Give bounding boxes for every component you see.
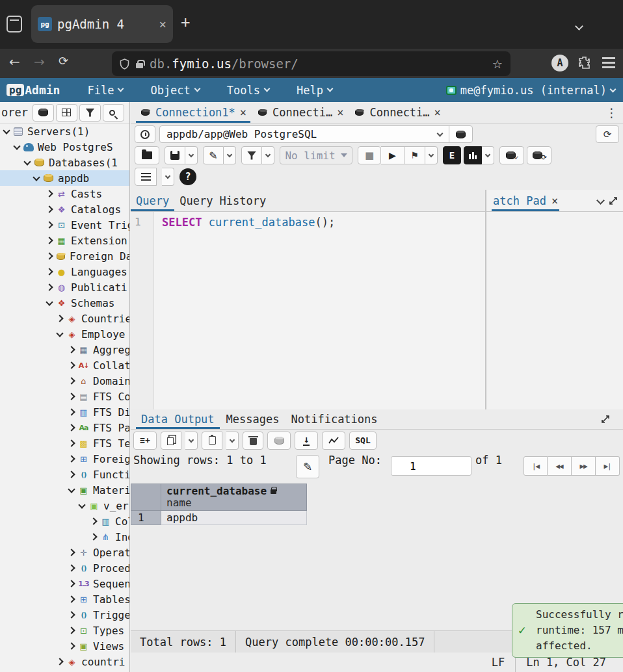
tab-connection2[interactable]: Connecti…× [253,102,347,123]
chevron-right-icon[interactable] [68,595,75,602]
explorer-db-button[interactable] [33,104,54,122]
open-file-button[interactable] [135,146,159,164]
chevron-right-icon[interactable] [90,533,97,540]
copy-button[interactable] [161,432,181,450]
chevron-right-icon[interactable] [46,283,53,291]
chevron-right-icon[interactable] [46,237,53,244]
chevron-right-icon[interactable] [68,580,75,587]
menu-tools[interactable]: Tools [227,84,269,97]
tree-item-schema-countries[interactable]: ◈Countrie [0,311,129,326]
explorer-search-button[interactable] [103,104,124,122]
chevron-right-icon[interactable] [68,549,75,556]
tree-item-event-triggers[interactable]: ⊡Event Trig [0,217,129,233]
paste-options-button[interactable] [226,432,239,450]
new-connection-button[interactable] [449,126,472,142]
chevron-right-icon[interactable] [68,408,75,415]
kebab-menu-icon[interactable]: ⋮ [605,105,618,120]
copy-options-button[interactable] [185,432,198,450]
next-page-button[interactable]: ▶▶ [572,456,596,476]
query-history-clock-button[interactable] [135,125,155,143]
commit-button[interactable]: ✓ [499,146,524,164]
tab-overview-icon[interactable] [7,16,22,32]
row-limit-select[interactable]: No limit [280,146,352,164]
chevron-down-icon[interactable] [46,298,53,305]
chevron-right-icon[interactable] [68,564,75,571]
explorer-grid-button[interactable] [56,104,77,122]
chevron-right-icon[interactable] [68,642,75,649]
close-icon[interactable]: × [551,194,558,207]
explain-options-button[interactable] [482,146,494,164]
expand-icon[interactable] [601,415,610,424]
tree-item-fts-dictionaries[interactable]: ▥FTS Di [0,404,129,420]
rollback-button[interactable]: ⟳ [527,146,551,164]
grid-corner-cell[interactable] [131,484,161,511]
tree-item-catalogs[interactable]: ❖Catalogs [0,201,129,217]
grid-row[interactable]: 1 appdb [131,511,307,525]
grid-column-header[interactable]: current_database name [161,484,307,511]
chevron-right-icon[interactable] [56,658,63,665]
bookmark-star-icon[interactable]: ☆ [492,57,503,71]
chevron-right-icon[interactable] [68,627,75,634]
tab-data-output[interactable]: Data Output [136,409,220,429]
tree-item-publications[interactable]: ◍Publicati [0,279,129,295]
menu-object[interactable]: Object [150,84,199,97]
tab-list-chevron-icon[interactable] [576,19,582,32]
edit-options-button[interactable] [224,146,236,164]
new-tab-button[interactable]: + [181,13,190,31]
chevron-right-icon[interactable] [68,346,75,353]
edit-button[interactable]: ✎ [203,146,224,164]
chevron-right-icon[interactable] [68,611,75,618]
menu-file[interactable]: File [87,84,123,97]
forward-icon[interactable]: → [34,54,45,70]
close-icon[interactable]: × [434,106,441,119]
help-button[interactable]: ? [179,168,196,185]
chevron-right-icon[interactable] [68,424,75,431]
edit-data-button[interactable]: ✎ [296,455,319,478]
chevron-down-icon[interactable] [78,501,85,508]
paste-button[interactable] [202,432,222,450]
filter-button[interactable] [241,146,262,164]
tree-item-indexes[interactable]: ⋔Ind [0,529,129,545]
tab-scratch-pad[interactable]: atch Pad× [492,190,559,211]
explain-analyze-button[interactable] [464,146,482,164]
tree-item-languages[interactable]: ●Languages [0,264,129,279]
tree-item-procedures[interactable]: ()Procedu [0,560,129,576]
tab-notifications[interactable]: Notifications [285,409,382,429]
extensions-puzzle-icon[interactable] [577,55,592,69]
tab-query[interactable]: Query [131,190,174,211]
tree-item-schema-employees[interactable]: ◈Employe [0,326,129,342]
tree-item-casts[interactable]: ⇄Casts [0,186,129,201]
chevron-down-icon[interactable] [3,127,10,134]
execute-options-button[interactable]: ⚑ [404,146,425,164]
reload-icon[interactable]: ⟳ [59,54,68,68]
menu-help[interactable]: Help [297,84,332,97]
chevron-right-icon[interactable] [46,268,53,275]
chevron-right-icon[interactable] [68,361,75,368]
chevron-right-icon[interactable] [46,205,53,213]
chevron-right-icon[interactable] [56,315,63,322]
sql-editor[interactable]: 1 SELECT current_database(); [131,212,485,409]
tree-item-appdb[interactable]: appdb [0,170,129,186]
tree-item-functions[interactable]: ()Functi [0,467,129,482]
graph-visualiser-button[interactable] [322,432,345,450]
tree-item-trigger-functions[interactable]: ()Trigge [0,607,129,623]
chevron-right-icon[interactable] [46,190,53,197]
chevron-right-icon[interactable] [68,439,75,446]
user-menu[interactable]: me@fymio.us (internal) [446,84,615,97]
tree-item-servers[interactable]: Servers(1) [0,123,129,139]
sql-code[interactable]: SELECT current_database(); [154,212,335,409]
url-bar[interactable]: db.fymio.us/browser/ ☆ [112,51,510,76]
tree-item-types[interactable]: ⊡Types [0,623,129,638]
prev-page-button[interactable]: ◀◀ [548,456,572,476]
first-page-button[interactable]: |◀ [524,456,548,476]
chevron-down-icon[interactable] [23,158,31,165]
scratch-pad-body[interactable] [486,212,623,408]
tree-item-matview-v-er[interactable]: ▣v_er [0,498,129,513]
add-row-button[interactable]: ≡+ [133,432,157,450]
tab-query-history[interactable]: Query History [174,190,271,211]
back-icon[interactable]: ← [9,54,20,70]
tree-item-foreign-data-wrappers[interactable]: Foreign Da [0,248,129,264]
chevron-down-icon[interactable] [33,174,40,181]
execute-more-button[interactable] [425,146,438,164]
chevron-down-icon[interactable] [596,196,605,205]
